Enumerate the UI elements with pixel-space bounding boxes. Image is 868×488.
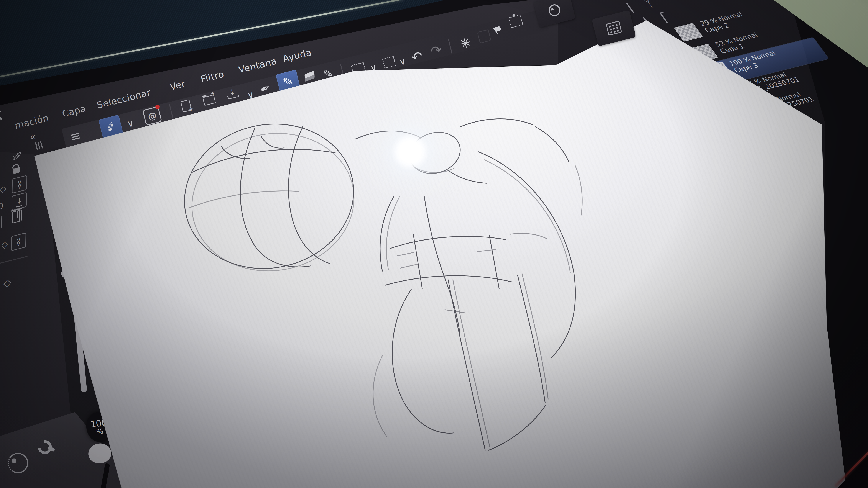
- download-button[interactable]: ↓: [11, 192, 27, 211]
- magnifier-icon: [547, 3, 561, 17]
- menu-ver[interactable]: Ver: [169, 78, 186, 92]
- lock-open-icon[interactable]: [13, 164, 20, 174]
- menu-seleccionar[interactable]: Seleccionar: [96, 87, 152, 110]
- menu-animacion[interactable]: mación: [14, 112, 50, 131]
- settings-wrench-icon[interactable]: [35, 437, 58, 460]
- tool-value: 0: [0, 201, 3, 212]
- lasso-pen-icon: ✐: [103, 119, 119, 135]
- menu-ventana[interactable]: Ventana: [238, 56, 278, 75]
- opacity-unit: %: [96, 427, 104, 436]
- close-icon[interactable]: X: [0, 109, 4, 124]
- opacity-slider-track[interactable]: [100, 463, 110, 488]
- opacity-slider-knob[interactable]: [87, 442, 113, 465]
- pencil-icon[interactable]: ✏: [10, 147, 25, 165]
- apply-all-layers-button[interactable]: ∨∨: [12, 175, 27, 194]
- collapse-panel-icon[interactable]: «: [28, 130, 37, 143]
- photo-of-tablet-scene: X mación Capa Seleccionar Ver Filtro Ven…: [0, 0, 868, 488]
- menu-capa[interactable]: Capa: [61, 103, 87, 119]
- trash-icon[interactable]: [12, 209, 22, 223]
- drag-handle-icon[interactable]: [35, 141, 43, 150]
- menu-ayuda[interactable]: Ayuda: [282, 47, 313, 64]
- light-glare-reflection: [341, 83, 479, 221]
- layer-thumbnail[interactable]: [674, 23, 703, 42]
- effects-icon[interactable]: ∷: [676, 0, 689, 1]
- diamond-icon[interactable]: ◇: [3, 276, 11, 290]
- diamond-icon[interactable]: ◇: [1, 238, 8, 250]
- diamond-icon[interactable]: ◇: [0, 183, 6, 195]
- menu-filtro[interactable]: Filtro: [199, 69, 225, 85]
- grid-keyboard-icon: [606, 21, 622, 36]
- transform-icon[interactable]: ᛉ: [643, 0, 656, 9]
- divider: [1, 216, 2, 228]
- folder-lock-icon[interactable]: [660, 14, 668, 23]
